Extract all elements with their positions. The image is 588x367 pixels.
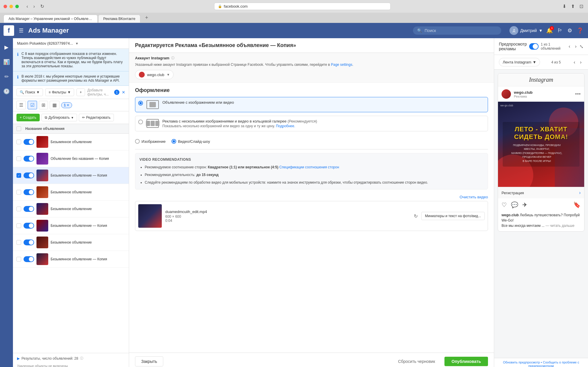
ad-check-0[interactable] <box>16 140 21 144</box>
info-banner-text-1: С 8 мая порядок отображения показов в от… <box>21 52 125 68</box>
placement-prev-btn[interactable]: ‹ <box>572 59 577 66</box>
help-btn[interactable]: ❓ <box>576 26 584 35</box>
ig-read-more[interactable]: — читать дальше <box>545 224 574 228</box>
ig-comment-icon[interactable]: 💬 <box>511 201 518 208</box>
fb-hamburger-icon[interactable]: ☰ <box>19 27 24 34</box>
page-settings-link[interactable]: Page settings <box>331 63 352 67</box>
clear-video-link[interactable]: Очистить видео <box>460 195 488 199</box>
sidebar-pencil-icon[interactable]: ✏ <box>2 71 11 82</box>
preview-next-btn[interactable]: › <box>573 43 578 50</box>
publish-btn[interactable]: Опубликовать <box>444 357 488 366</box>
reset-btn[interactable]: Сбросить черновик <box>392 357 441 366</box>
ad-toggle-1[interactable] <box>24 156 34 162</box>
radio-video <box>171 139 176 144</box>
ad-check-5[interactable] <box>16 223 21 228</box>
format-option-0[interactable]: Объявление с изображением или видео <box>135 97 488 112</box>
messages-btn[interactable]: 🏳 <box>556 26 564 35</box>
sidebar-clock-icon[interactable]: 🕐 <box>1 86 12 97</box>
browser-back-btn[interactable]: ‹ <box>25 3 30 10</box>
browser-tab-active[interactable]: Ads Manager – Управление рекламой – Объя… <box>4 15 98 23</box>
footer-sublabel: Удаленные объекты не включены <box>13 363 129 367</box>
ig-bookmark-icon[interactable]: 🔖 <box>573 201 581 208</box>
ad-row-3[interactable]: Безымянное объявление <box>13 184 129 201</box>
duplicate-arrow[interactable]: ▼ <box>71 116 74 119</box>
browser-new-tab-btn[interactable]: + <box>142 13 151 23</box>
ig-more-icon[interactable]: ••• <box>575 91 581 97</box>
ad-toggle-2[interactable] <box>24 172 34 178</box>
create-btn[interactable]: + Создать <box>16 114 40 121</box>
ad-row-0[interactable]: Безымянное объявление <box>13 134 129 150</box>
format-link-1[interactable]: Подробнее. <box>276 124 295 128</box>
ad-row-2[interactable]: ✓ Безымянное объявление — Копия <box>13 167 129 184</box>
edit-btn[interactable]: ✏ Редактировать <box>79 114 114 121</box>
ad-row-4[interactable]: Безымянное объявление <box>13 201 129 217</box>
ig-page-selector[interactable]: wego.club ▼ <box>135 70 174 79</box>
ad-row-1[interactable]: Объявление без названия — Копия <box>13 150 129 167</box>
placement-btn[interactable]: Лента Instagram ▼ <box>499 58 540 66</box>
placement-next-btn[interactable]: › <box>578 59 583 66</box>
ad-toggle-3[interactable] <box>24 189 34 195</box>
ad-toggle-4[interactable] <box>24 206 34 212</box>
view-check-btn[interactable]: ☑ <box>28 101 37 109</box>
ad-check-2[interactable]: ✓ <box>16 173 21 178</box>
format-option-1[interactable]: Реклама с несколькими изображениями и ви… <box>135 116 488 131</box>
expand-icon[interactable]: ▶ <box>17 356 20 361</box>
ad-toggle-6[interactable] <box>24 239 34 245</box>
view-list-btn[interactable]: ☰ <box>16 101 26 109</box>
filter-badge-close[interactable]: ✕ <box>66 103 69 107</box>
ad-check-7[interactable] <box>16 257 21 262</box>
media-type-image[interactable]: Изображение <box>135 139 166 144</box>
fb-search-bar[interactable]: 🔍 <box>413 26 501 35</box>
browser-share-btn[interactable]: ⬆ <box>570 2 576 10</box>
browser-tab-vk[interactable]: Реклама ВКонтакте <box>98 15 140 23</box>
ad-check-4[interactable] <box>16 207 21 211</box>
footer-info-icon[interactable]: ⓘ <box>80 356 83 361</box>
ad-check-6[interactable] <box>16 240 21 245</box>
view-grid-btn[interactable]: ⊞ <box>39 101 48 109</box>
browser-forward-btn[interactable]: › <box>31 3 36 10</box>
ad-toggle-0[interactable] <box>24 139 34 145</box>
select-all-check[interactable] <box>16 126 21 131</box>
preview-toggle[interactable] <box>529 43 539 50</box>
duplicate-btn[interactable]: ⧉ Дублировать ▼ <box>41 114 77 121</box>
add-filter-btn[interactable]: + <box>76 88 85 96</box>
browser-download-btn[interactable]: ⬇ <box>561 2 567 10</box>
ad-check-1[interactable] <box>16 156 21 161</box>
notifications-btn[interactable]: 🔔 3 <box>545 26 554 35</box>
filters-btn[interactable]: ≡ Фильтры ▼ <box>45 88 74 96</box>
close-btn[interactable]: Закрыть <box>135 356 163 366</box>
preview-footer[interactable]: Обновить предпросмотр • Сообщить о пробл… <box>494 358 588 367</box>
browser-urlbar[interactable]: 🔒 facebook.com <box>214 3 391 10</box>
search-input[interactable] <box>424 28 497 33</box>
settings-btn[interactable]: ⚙ <box>566 26 573 35</box>
browser-refresh-btn[interactable]: ↻ <box>39 3 46 10</box>
sidebar-forward-icon[interactable]: ▶ <box>2 42 11 53</box>
ad-toggle-5[interactable] <box>24 223 34 229</box>
thumbnail-btn[interactable]: Миниатюры и текст на фото/вид... <box>421 212 485 220</box>
fb-user-menu[interactable]: Д Дмитрий ▼ <box>509 26 543 35</box>
ad-check-3[interactable] <box>16 190 21 195</box>
ig-share-icon[interactable]: ✈ <box>522 201 527 208</box>
ad-row-7[interactable]: Безымянное объявление — Копия <box>13 251 129 268</box>
browser-close-btn[interactable] <box>4 5 7 8</box>
view-table-btn[interactable]: ▦ <box>50 101 59 109</box>
info-banner-1: ℹ С 8 мая порядок отображения показов в … <box>13 49 129 71</box>
ad-thumb-0 <box>36 136 48 148</box>
browser-max-btn[interactable] <box>15 5 19 8</box>
media-type-video[interactable]: Видео/Слайд-шоу <box>171 139 210 144</box>
browser-fullscreen-btn[interactable]: ⊡ <box>578 2 584 10</box>
ig-like-icon[interactable]: ♡ <box>502 201 507 208</box>
preview-prev-btn[interactable]: ‹ <box>567 43 572 50</box>
ad-toggle-7[interactable] <box>24 256 34 262</box>
browser-min-btn[interactable] <box>9 5 13 8</box>
ad-row-5[interactable]: Безымянное объявление — Копия <box>13 217 129 234</box>
preview-expand-btn[interactable]: ⤡ <box>579 44 583 49</box>
search-btn[interactable]: 🔍 Поиск ▼ <box>16 88 43 96</box>
aspect-ratio-link[interactable]: Спецификации соотношения сторон <box>279 165 339 169</box>
sidebar-chart-icon[interactable]: 📊 <box>1 56 12 68</box>
ig-account-help-icon[interactable]: ⓘ <box>171 56 174 60</box>
refresh-icon[interactable]: ↻ <box>414 213 418 219</box>
filter-clear-icon[interactable]: ✕ <box>122 90 125 95</box>
account-selector[interactable]: Maxim Poluektov (8263779974... ▼ <box>13 38 129 49</box>
ad-row-6[interactable]: Безымянное объявление <box>13 234 129 251</box>
